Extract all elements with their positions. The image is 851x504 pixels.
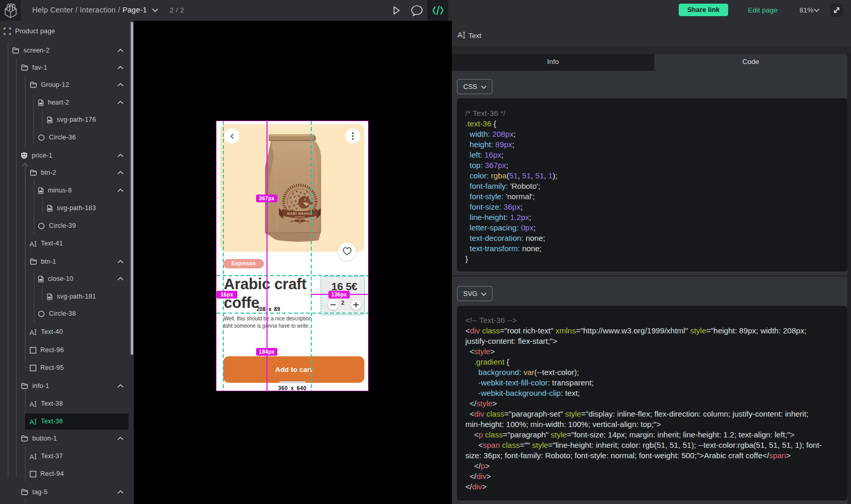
svg-text:A: A xyxy=(458,31,463,39)
svg-text:A: A xyxy=(30,240,34,247)
svg-text:A: A xyxy=(30,329,34,335)
svg-text:NABI NAHUA: NABI NAHUA xyxy=(287,212,312,215)
svg-text:A: A xyxy=(30,453,34,460)
svg-text:A: A xyxy=(30,418,34,425)
svg-text:A: A xyxy=(30,400,34,407)
